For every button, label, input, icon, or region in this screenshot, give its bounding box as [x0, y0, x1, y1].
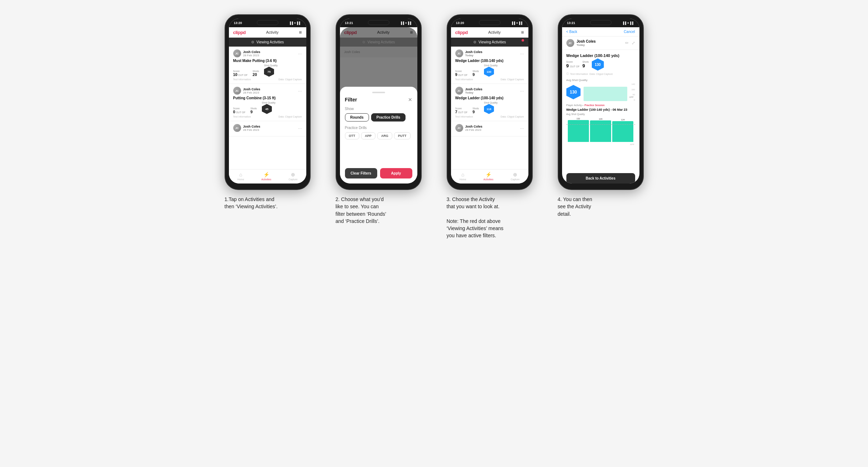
nav-capture-3[interactable]: ⊕ Capture — [510, 172, 519, 181]
mini-chart: 140 100 50 0 APP — [584, 83, 635, 101]
activity-card-1-1[interactable]: JC Josh Coles 28 Feb 2023 ··· Must Make … — [229, 47, 306, 84]
apply-button[interactable]: Apply — [380, 168, 412, 178]
activity-card-3-3[interactable]: JC Josh Coles 28 Feb 2023 ··· — [451, 121, 528, 137]
status-time-1: 13:20 — [234, 21, 242, 25]
outof-1-1: OUT OF — [238, 74, 248, 76]
bar-item-0: 132 — [568, 118, 589, 142]
viewing-banner-3[interactable]: ⚙ Viewing Activities — [451, 38, 528, 47]
nav-activities-3[interactable]: ⚡ Activities — [484, 172, 494, 181]
score-label-1-1: Score — [233, 70, 248, 72]
back-button[interactable]: < Back — [566, 30, 577, 34]
activity-card-1-3[interactable]: JC Josh Coles 28 Feb 2023 ··· — [229, 121, 306, 137]
capture-label-1: Capture — [288, 178, 297, 181]
show-label: Show — [345, 107, 412, 111]
phone-notch-3: 13:20 ▐▐ ✦ ▌▌ — [451, 19, 528, 27]
bar-item-1: 129 — [590, 118, 611, 142]
phones-row: 13:20 ▐▐ ✦ ▌▌ clippd Activity ≡ ⚙ Viewin… — [217, 14, 651, 239]
nav-home-3[interactable]: ⌂ Home — [460, 172, 466, 181]
user-date-1-2: 28 Feb 2023 — [243, 91, 260, 94]
app-title-3: Activity — [488, 30, 501, 34]
card-header-1-2: JC Josh Coles 28 Feb 2023 ··· — [233, 87, 302, 95]
caption-3: 3. Choose the Activitythat you want to l… — [447, 196, 533, 239]
shots-value-1-1: 20 — [253, 72, 259, 77]
phone-notch-1: 13:20 ▐▐ ✦ ▌▌ — [229, 19, 306, 27]
filter-modal[interactable]: Filter ✕ Show Rounds Practice Drills Pra… — [340, 87, 417, 184]
screen-content-2: clippd Activity ≡ ⚙ Viewing Activities J… — [340, 27, 417, 184]
quality-badge-3-2: 118 — [484, 104, 494, 114]
home-label-1: Home — [238, 178, 244, 181]
card-title-1-1: Must Make Putting (3-6 ft) — [233, 59, 302, 63]
menu-icon-3[interactable]: ≡ — [521, 29, 524, 35]
info-row: ⓘ Test Information Data: Clippd Capture — [566, 72, 635, 76]
status-time-4: 13:21 — [567, 21, 575, 25]
bottom-nav-1: ⌂ Home ⚡ Activities ⊕ Capture — [229, 169, 306, 184]
phone-1: 13:20 ▐▐ ✦ ▌▌ clippd Activity ≡ ⚙ Viewin… — [225, 14, 311, 190]
caption-text-3: 3. Choose the Activitythat you want to l… — [447, 196, 504, 238]
red-dot-3 — [522, 39, 524, 42]
status-time-3: 13:20 — [456, 21, 464, 25]
screen-content-3: clippd Activity ≡ ⚙ Viewing Activities — [451, 27, 528, 184]
status-icons-3: ▐▐ ✦ ▌▌ — [511, 22, 523, 25]
rounds-button[interactable]: Rounds — [345, 113, 369, 121]
caption-2: 2. Choose what you’dlike to see. You can… — [336, 196, 422, 225]
viewing-banner-1[interactable]: ⚙ Viewing Activities — [229, 38, 306, 47]
nav-activities-1[interactable]: ⚡ Activities — [262, 172, 272, 181]
caption-text-1: 1.Tap on Activities andthen ‘Viewing Act… — [225, 196, 278, 209]
data-source-1-1: Data: Clippd Capture — [278, 78, 302, 81]
activity-card-3-2[interactable]: JC Josh Coles Today ··· Wedge Ladder (10… — [451, 84, 528, 121]
caption-text-4: 4. You can thensee the Activitydetail. — [558, 196, 593, 217]
drill-putt-button[interactable]: PUTT — [394, 132, 411, 139]
modal-actions: Clear Filters Apply — [345, 168, 412, 178]
quality-group-1-1: Shot Quality 75 — [264, 64, 278, 77]
notch-pill-4 — [590, 20, 612, 25]
bar-item-2: 124 — [612, 119, 633, 142]
today-badge-3-1: Today — [465, 54, 483, 57]
detail-user-date: Today — [577, 43, 596, 47]
status-icons-1: ▐▐ ✦ ▌▌ — [289, 22, 301, 25]
cancel-button[interactable]: Cancel — [624, 30, 635, 34]
menu-icon-1[interactable]: ≡ — [299, 29, 302, 35]
drill-arg-button[interactable]: ARG — [377, 132, 392, 139]
big-quality-badge: 130 — [566, 85, 581, 99]
user-info-1-1: Josh Coles 28 Feb 2023 — [243, 50, 260, 57]
nav-home-1[interactable]: ⌂ Home — [238, 172, 244, 181]
detail-action-icons: ✏ ⤢ — [625, 40, 635, 46]
bottom-nav-3: ⌂ Home ⚡ Activities ⊕ Capture — [451, 169, 528, 184]
caption-text-2: 2. Choose what you’dlike to see. You can… — [336, 196, 387, 224]
notch-pill-3 — [479, 20, 500, 25]
phone-screen-3: 13:20 ▐▐ ✦ ▌▌ clippd Activity ≡ ⚙ Viewin… — [451, 19, 528, 184]
clear-filters-button[interactable]: Clear Filters — [345, 168, 377, 178]
capture-icon-3: ⊕ — [513, 172, 517, 177]
card-stats-1-2: Score 0 OUT OF Shots 9 — [233, 101, 302, 114]
activities-icon-1: ⚡ — [263, 172, 269, 177]
avatar-inner-1-1: JC — [233, 49, 241, 57]
phone-notch-4: 13:21 ▐▐ ✦ ▌▌ — [562, 19, 639, 27]
detail-drill-title: Wedge Ladder (100-140 yds) - 06 Mar 23 — [566, 108, 635, 111]
notch-pill-2 — [368, 20, 389, 25]
mini-bar-fill — [584, 87, 627, 101]
practice-drills-button[interactable]: Practice Drills — [371, 113, 406, 121]
card-user-1-1: JC Josh Coles 28 Feb 2023 — [233, 49, 260, 57]
nav-capture-1[interactable]: ⊕ Capture — [288, 172, 297, 181]
show-filter-buttons: Rounds Practice Drills — [345, 113, 412, 121]
card-dots-1-2[interactable]: ··· — [298, 88, 302, 94]
drill-ott-button[interactable]: OTT — [345, 132, 359, 139]
home-icon-1: ⌂ — [239, 172, 242, 177]
expand-icon[interactable]: ⤢ — [632, 40, 635, 46]
detail-activity-title: Wedge Ladder (100-140 yds) — [566, 53, 635, 58]
phone-4: 13:21 ▐▐ ✦ ▌▌ < Back Cancel JC — [558, 14, 644, 190]
modal-close-button[interactable]: ✕ — [408, 97, 412, 103]
detail-avatar: JC — [566, 39, 574, 47]
drill-app-button[interactable]: APP — [361, 132, 376, 139]
activity-card-1-2[interactable]: JC Josh Coles 28 Feb 2023 ··· Putting Co… — [229, 84, 306, 121]
modal-handle — [372, 92, 385, 93]
card-dots-1-1[interactable]: ··· — [298, 51, 302, 56]
detail-content: Wedge Ladder (100-140 yds) Score 9 OUT O… — [562, 50, 639, 170]
caption-4: 4. You can thensee the Activitydetail. — [558, 196, 644, 218]
phone-section-1: 13:20 ▐▐ ✦ ▌▌ clippd Activity ≡ ⚙ Viewin… — [217, 14, 318, 210]
activity-card-3-1[interactable]: JC Josh Coles Today ··· Wedge Ladder (10… — [451, 47, 528, 84]
card-user-1-2: JC Josh Coles 28 Feb 2023 — [233, 87, 260, 95]
user-name-1-1: Josh Coles — [243, 50, 260, 54]
edit-icon[interactable]: ✏ — [625, 40, 629, 46]
back-to-activities-button[interactable]: Back to Activities — [566, 173, 635, 184]
